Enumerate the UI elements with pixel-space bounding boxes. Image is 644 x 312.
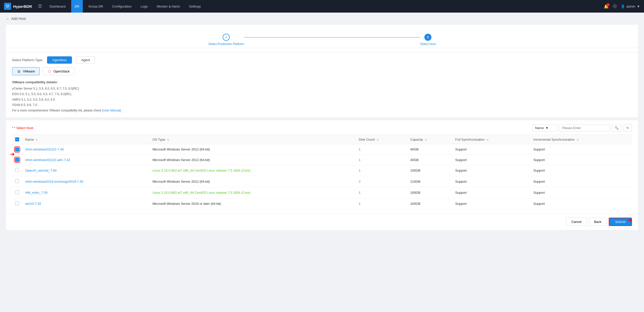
user-menu[interactable]: 👤 admin ▼ bbox=[621, 5, 640, 8]
row-3-os: Linux 3.10.0-862.el7.x86_64 CentOS Linux… bbox=[149, 165, 356, 176]
search-input[interactable] bbox=[559, 124, 610, 132]
row-6-disk-link[interactable]: 1 bbox=[359, 202, 360, 206]
table-row: mhm-windows2019-exchange2019-7.45Microso… bbox=[12, 176, 632, 187]
arrow-submit: ➜ bbox=[627, 217, 632, 223]
page-content: ← Add Host ✓ Select Production Platform … bbox=[0, 13, 644, 234]
host-section-label: ** Select Host: bbox=[12, 126, 35, 130]
user-name: admin bbox=[626, 5, 635, 8]
openstack-label: OpenStack bbox=[54, 69, 70, 73]
row-5-disk-link[interactable]: 1 bbox=[359, 191, 360, 194]
nav-group-dr[interactable]: Group DR bbox=[85, 0, 107, 13]
tab-agentless[interactable]: Agentless bbox=[47, 56, 72, 64]
row-5-name-link[interactable]: HM_mhm_7.50 bbox=[25, 191, 48, 194]
nav-configuration[interactable]: Configuration bbox=[109, 0, 135, 13]
row-2-disk-link[interactable]: 1 bbox=[359, 158, 360, 162]
compat-note: For a more comprehensive VMware compatib… bbox=[12, 108, 632, 113]
back-button[interactable]: Back bbox=[589, 218, 607, 226]
row-1-disk-link[interactable]: 1 bbox=[359, 147, 360, 151]
row-1-capacity: 40GB bbox=[407, 144, 452, 155]
row-4-disk: 2 bbox=[356, 176, 407, 187]
row-4-disk-link[interactable]: 2 bbox=[359, 180, 360, 183]
action-bar: Cancel Back Submit bbox=[6, 213, 638, 230]
capacity-sort-icon[interactable]: ⇅ bbox=[425, 138, 427, 141]
top-navigation: 🛡 HyperBDR ☰ Dashboard DR Group DR Confi… bbox=[0, 0, 644, 13]
row-3-capacity: 100GB bbox=[407, 165, 452, 176]
stepper: ✓ Select Production Platform 2 Select Ho… bbox=[6, 29, 638, 48]
row-4-name-link[interactable]: mhm-windows2019-exchange2019-7.45 bbox=[25, 180, 83, 183]
row-3-checkbox[interactable] bbox=[15, 168, 19, 172]
row-4-os: Microsoft Windows Server 2012 (64-bit) bbox=[149, 176, 356, 187]
hamburger-menu[interactable]: ☰ bbox=[38, 4, 42, 9]
row-4-checkbox-cell bbox=[12, 176, 22, 187]
notification-bell[interactable]: 🔔 2 bbox=[604, 4, 609, 9]
step-2-label: Select Host bbox=[420, 42, 435, 46]
row-2-name-link[interactable]: mhm-windows2012r2-ad1-7.42 bbox=[25, 158, 70, 162]
nav-right: 🔔 2 Ⓐ 👤 admin ▼ bbox=[604, 4, 640, 9]
platform-options: ▦ VMware ⬡ OpenStack bbox=[12, 67, 632, 75]
row-1-incr-sync: Support bbox=[530, 144, 632, 155]
step-2-circle: 2 bbox=[424, 34, 431, 41]
incr-sync-sort-icon[interactable]: ⇅ bbox=[577, 138, 579, 141]
host-section: ** Select Host: Name ▼ 🔍 ↻ ➜ ➜ bbox=[6, 120, 638, 213]
row-5-os: Linux 3.10.0-862.el7.x86_64 CentOS Linux… bbox=[149, 187, 356, 198]
name-sort-icon[interactable]: ⇅ bbox=[36, 138, 38, 141]
tab-agent[interactable]: Agent bbox=[76, 56, 95, 64]
cancel-button[interactable]: Cancel bbox=[566, 218, 587, 226]
row-3-disk-link[interactable]: 1 bbox=[359, 169, 360, 172]
app-logo[interactable]: 🛡 HyperBDR bbox=[4, 3, 32, 10]
nav-monitor-alerts[interactable]: Monitor & Alerts bbox=[153, 0, 183, 13]
row-6-name-link[interactable]: win10-7.52 bbox=[25, 202, 41, 206]
row-2-capacity: 40GB bbox=[407, 154, 452, 165]
search-button[interactable]: 🔍 bbox=[612, 124, 622, 132]
back-arrow[interactable]: ← bbox=[6, 17, 9, 21]
row-1-checkbox[interactable]: ✓ bbox=[15, 147, 19, 151]
platform-openstack[interactable]: ⬡ OpenStack bbox=[43, 67, 74, 75]
select-all-checkbox[interactable]: — bbox=[15, 137, 19, 141]
nav-logs[interactable]: Logs bbox=[137, 0, 151, 13]
table-row: win10-7.52Microsoft Windows Server 2016 … bbox=[12, 198, 632, 209]
platform-type-row: Select Platform Type: Agentless Agent bbox=[12, 56, 632, 64]
nav-dashboard[interactable]: Dashboard bbox=[46, 0, 69, 13]
row-1-full-sync: Support bbox=[452, 144, 531, 155]
table-row: OpenAI_wechat_7.60Linux 3.10.0-862.el7.x… bbox=[12, 165, 632, 176]
nav-settings[interactable]: Settings bbox=[185, 0, 204, 13]
nav-dr[interactable]: DR bbox=[71, 0, 83, 13]
col-header-capacity: Capacity ⇅ bbox=[407, 135, 452, 144]
logo-icon: 🛡 bbox=[4, 3, 11, 10]
disk-sort-icon[interactable]: ⇅ bbox=[377, 138, 379, 141]
compat-line-1: ESXi 5.0, 5.1, 5.5, 6.0, 6.5, 6.7, 7.0, … bbox=[12, 92, 632, 97]
row-3-incr-sync: Support bbox=[530, 165, 632, 176]
step-1: ✓ Select Production Platform bbox=[208, 34, 244, 46]
platform-vmware[interactable]: ▦ VMware bbox=[12, 67, 40, 75]
row-2-disk: 1 bbox=[356, 154, 407, 165]
row-3-full-sync: Support bbox=[452, 165, 531, 176]
user-manual-link[interactable]: [User Manual] bbox=[102, 109, 121, 112]
row-2-checkbox[interactable]: ✓ bbox=[15, 158, 19, 162]
row-2-incr-sync: Support bbox=[530, 154, 632, 165]
row-6-disk: 1 bbox=[356, 198, 407, 209]
row-2-name: mhm-windows2012r2-ad1-7.42 bbox=[22, 154, 149, 165]
os-sort-icon[interactable]: ⇅ bbox=[167, 138, 169, 141]
step-line bbox=[244, 37, 420, 37]
row-5-checkbox[interactable] bbox=[15, 190, 19, 194]
page-title: Add Host bbox=[11, 17, 26, 21]
host-table: — Name ⇅ OS Type ⇅ Disk Count ⇅ bbox=[12, 135, 632, 209]
compat-title: VMware compatibility details: bbox=[12, 79, 632, 85]
full-sync-sort-icon[interactable]: ⇅ bbox=[487, 138, 489, 141]
row-3-name-link[interactable]: OpenAI_wechat_7.60 bbox=[25, 169, 57, 172]
help-icon[interactable]: Ⓐ bbox=[613, 4, 617, 9]
row-6-checkbox[interactable] bbox=[15, 201, 19, 205]
row-1-name-link[interactable]: mhm-windows2012r2-7.44 bbox=[25, 147, 64, 151]
vmware-label: VMware bbox=[23, 69, 35, 73]
refresh-button[interactable]: ↻ bbox=[624, 124, 632, 132]
search-type-select[interactable]: Name ▼ bbox=[532, 124, 557, 132]
vmware-icon: ▦ bbox=[17, 69, 21, 73]
row-2-os: Microsoft Windows Server 2012 (64-bit) bbox=[149, 154, 356, 165]
row-4-checkbox[interactable] bbox=[15, 179, 19, 183]
step-2: 2 Select Host bbox=[420, 34, 435, 46]
compat-line-0: vCenter Server 5.1, 5.5, 6.0, 6.5, 6.7, … bbox=[12, 86, 632, 92]
search-type-dropdown-icon: ▼ bbox=[545, 126, 549, 130]
row-3-disk: 1 bbox=[356, 165, 407, 176]
step-1-label: Select Production Platform bbox=[208, 42, 244, 46]
table-container: ➜ ➜ — Name ⇅ OS Type ⇅ bbox=[12, 135, 632, 209]
